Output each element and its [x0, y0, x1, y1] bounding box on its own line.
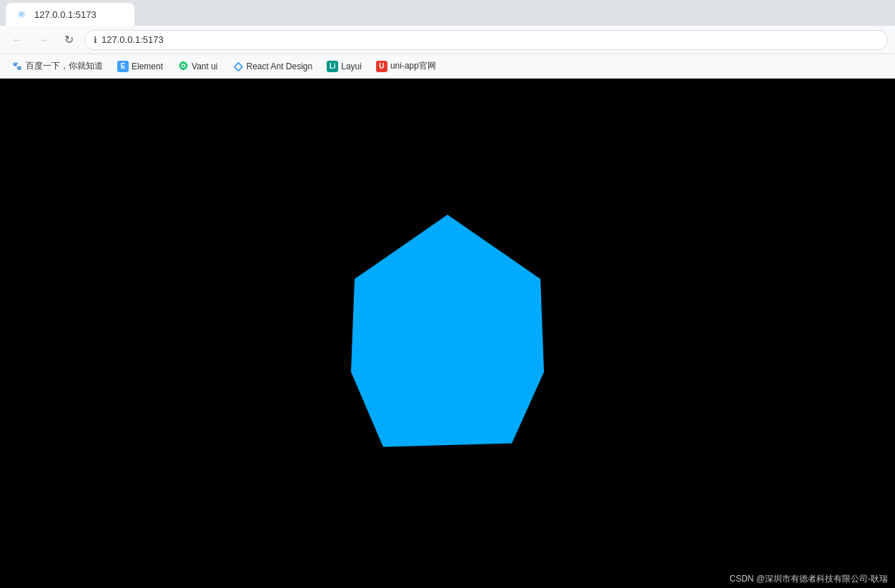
- browser-chrome: ⚛ 127.0.0.1:5173 ← → ↻ ℹ 127.0.0.1:5173 …: [0, 0, 895, 79]
- web-content: CSDN @深圳市有德者科技有限公司-耿瑞: [0, 79, 895, 588]
- status-text: CSDN @深圳市有德者科技有限公司-耿瑞: [729, 574, 888, 584]
- bookmark-layui[interactable]: Li Layui: [321, 58, 367, 75]
- forward-icon: →: [37, 34, 49, 46]
- uniapp-icon: U: [376, 61, 387, 72]
- ant-design-icon: ◇: [232, 61, 244, 72]
- element-icon: E: [117, 61, 129, 72]
- active-tab[interactable]: ⚛ 127.0.0.1:5173: [6, 3, 134, 26]
- refresh-button[interactable]: ↻: [59, 30, 79, 50]
- tab-title: 127.0.0.1:5173: [34, 9, 97, 20]
- back-button[interactable]: ←: [7, 30, 27, 50]
- tab-favicon: ⚛: [17, 9, 29, 20]
- hexagon-shape: [351, 214, 544, 447]
- bookmark-vant-label: Vant ui: [192, 61, 217, 71]
- browser-toolbar: ← → ↻ ℹ 127.0.0.1:5173: [0, 26, 895, 54]
- forward-button[interactable]: →: [33, 30, 53, 50]
- address-bar[interactable]: ℹ 127.0.0.1:5173: [84, 30, 888, 50]
- tab-bar: ⚛ 127.0.0.1:5173: [0, 0, 895, 26]
- bookmarks-bar: 🐾 百度一下，你就知道 E Element ⚙ Vant ui ◇ React …: [0, 54, 895, 79]
- hexagon-container: [333, 200, 562, 467]
- bookmark-baidu-label: 百度一下，你就知道: [26, 60, 103, 72]
- bookmark-element[interactable]: E Element: [112, 58, 169, 75]
- layui-icon: Li: [327, 61, 338, 72]
- bookmark-uniapp[interactable]: U uni-app官网: [370, 57, 442, 75]
- bookmark-element-label: Element: [132, 61, 163, 71]
- bookmark-baidu[interactable]: 🐾 百度一下，你就知道: [6, 57, 109, 75]
- baidu-icon: 🐾: [11, 61, 23, 72]
- info-icon: ℹ: [94, 35, 97, 45]
- url-text: 127.0.0.1:5173: [102, 34, 164, 45]
- hexagon-svg: [333, 200, 562, 464]
- status-bar: CSDN @深圳市有德者科技有限公司-耿瑞: [722, 570, 895, 588]
- refresh-icon: ↻: [64, 33, 74, 46]
- bookmark-antdesign[interactable]: ◇ React Ant Design: [227, 58, 319, 75]
- bookmark-layui-label: Layui: [341, 61, 362, 71]
- bookmark-vant[interactable]: ⚙ Vant ui: [172, 58, 223, 75]
- bookmark-antdesign-label: React Ant Design: [247, 61, 313, 71]
- back-icon: ←: [11, 34, 23, 46]
- vant-icon: ⚙: [177, 61, 189, 72]
- bookmark-uniapp-label: uni-app官网: [390, 60, 436, 72]
